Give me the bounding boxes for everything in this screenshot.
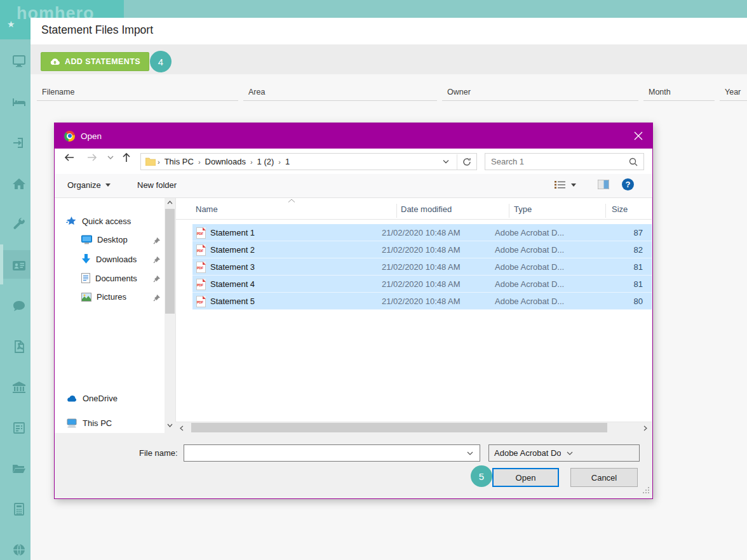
file-type: Adobe Acrobat D...: [495, 279, 588, 289]
file-size: 80: [588, 297, 645, 306]
nav-quick-access[interactable]: Quick access: [66, 216, 131, 227]
file-name: Statement 4: [210, 279, 382, 289]
file-row-statement-4[interactable]: Statement 4 21/02/2020 10:48 AM Adobe Ac…: [192, 276, 652, 293]
sidebar-item-sign-in[interactable]: [11, 135, 27, 150]
new-folder-button[interactable]: New folder: [137, 180, 177, 190]
column-header-filename[interactable]: Filename: [37, 84, 238, 101]
sidebar-item-documents-folder[interactable]: [11, 461, 27, 476]
sidebar-item-web[interactable]: [11, 542, 27, 557]
cancel-button[interactable]: Cancel: [570, 468, 638, 487]
file-size: 81: [588, 262, 645, 272]
file-column-name[interactable]: Name: [196, 204, 218, 214]
breadcrumb-chevron: ›: [156, 158, 162, 166]
file-column-date-modified[interactable]: Date modified: [401, 204, 452, 214]
file-name-label: File name:: [139, 448, 178, 458]
close-icon[interactable]: [632, 130, 645, 142]
file-name-field[interactable]: [184, 444, 480, 462]
sign-in-icon: [11, 135, 27, 150]
download-arrow-icon: [81, 254, 91, 264]
file-name: Statement 3: [210, 262, 382, 272]
nav-downloads[interactable]: Downloads: [81, 254, 137, 264]
scroll-left-icon[interactable]: [180, 425, 186, 432]
nav-this-pc[interactable]: This PC: [66, 418, 112, 428]
sidebar-item-accommodation[interactable]: [11, 95, 27, 110]
sidebar-item-calculator[interactable]: [11, 502, 27, 517]
step-badge-4: 4: [150, 51, 172, 72]
column-header-area[interactable]: Area: [243, 84, 437, 101]
horizontal-scrollbar-thumb[interactable]: [191, 423, 607, 432]
dialog-titlebar[interactable]: Open: [55, 123, 652, 149]
sidebar-item-tools[interactable]: [11, 217, 27, 232]
scroll-down-icon[interactable]: [167, 423, 173, 430]
pin-icon: [153, 257, 160, 263]
file-row-statement-2[interactable]: Statement 2 21/02/2020 10:48 AM Adobe Ac…: [192, 241, 652, 258]
sidebar-item-forms[interactable]: [11, 420, 27, 436]
breadcrumb-chevron: ›: [196, 158, 203, 166]
sidebar-item-chat[interactable]: [11, 298, 27, 314]
preview-pane-icon[interactable]: [598, 180, 609, 189]
address-bar[interactable]: › This PC › Downloads › 1 (2) › 1: [140, 153, 477, 170]
file-header-underline: [175, 219, 652, 220]
scroll-right-icon[interactable]: [643, 425, 650, 432]
file-size: 82: [588, 245, 645, 255]
nav-scrollbar-thumb[interactable]: [165, 209, 175, 314]
nav-desktop[interactable]: Desktop: [81, 235, 128, 244]
column-header-owner[interactable]: Owner: [442, 84, 638, 101]
file-name: Statement 2: [210, 245, 382, 255]
calculator-icon: [11, 502, 27, 517]
nav-onedrive[interactable]: OneDrive: [66, 394, 118, 403]
column-divider[interactable]: [509, 204, 509, 218]
add-statements-button[interactable]: ADD STATEMENTS: [41, 52, 149, 71]
breadcrumb-downloads[interactable]: Downloads: [203, 157, 248, 166]
view-mode-icon[interactable]: [555, 180, 566, 189]
column-divider[interactable]: [605, 204, 606, 218]
nav-scrollbar[interactable]: [165, 198, 175, 433]
column-header-month[interactable]: Month: [643, 84, 715, 101]
help-icon[interactable]: ?: [622, 178, 634, 190]
breadcrumb-1-2[interactable]: 1 (2): [255, 157, 277, 166]
file-type-chevron-icon: [561, 451, 639, 455]
logo-star-icon: ★: [7, 19, 15, 29]
column-header-year[interactable]: Year: [720, 84, 747, 101]
column-divider[interactable]: [396, 204, 397, 218]
file-row-statement-1[interactable]: Statement 1 21/02/2020 10:48 AM Adobe Ac…: [192, 224, 652, 241]
globe-icon: [11, 542, 27, 557]
sidebar-item-pdf-files[interactable]: [11, 339, 27, 354]
nav-label: Documents: [95, 274, 137, 283]
breadcrumb-1[interactable]: 1: [283, 157, 292, 166]
file-type-dropdown[interactable]: Adobe Acrobat Document (*.pc: [488, 444, 640, 462]
breadcrumb-this-pc[interactable]: This PC: [162, 157, 196, 166]
file-name-dropdown-chevron-icon[interactable]: [461, 451, 480, 455]
search-box[interactable]: [485, 153, 644, 170]
file-row-statement-5[interactable]: Statement 5 21/02/2020 10:48 AM Adobe Ac…: [192, 293, 652, 310]
sidebar-item-dashboard[interactable]: [11, 53, 27, 69]
back-arrow-icon[interactable]: [64, 152, 75, 163]
horizontal-scrollbar[interactable]: [175, 422, 652, 433]
pdf-file-icon: [11, 339, 27, 354]
organize-button[interactable]: Organize: [67, 180, 111, 190]
search-icon[interactable]: [629, 157, 643, 166]
nav-pictures[interactable]: Pictures: [81, 292, 126, 302]
scroll-up-icon[interactable]: [167, 201, 173, 207]
sidebar-item-home[interactable]: [11, 177, 27, 192]
refresh-icon[interactable]: [457, 154, 476, 170]
recent-locations-chevron-icon[interactable]: [107, 155, 119, 166]
file-row-statement-3[interactable]: Statement 3 21/02/2020 10:48 AM Adobe Ac…: [192, 258, 652, 276]
file-name-input[interactable]: [184, 448, 461, 458]
id-card-icon: [11, 258, 27, 273]
view-mode-chevron-icon[interactable]: [571, 183, 576, 187]
file-column-size[interactable]: Size: [612, 204, 628, 214]
resize-grip[interactable]: [642, 487, 650, 495]
wrench-icon: [11, 217, 27, 232]
search-input[interactable]: [485, 156, 629, 167]
file-date: 21/02/2020 10:48 AM: [382, 297, 495, 306]
file-column-type[interactable]: Type: [514, 204, 532, 214]
nav-documents[interactable]: Documents: [81, 273, 137, 283]
file-type: Adobe Acrobat D...: [495, 262, 588, 272]
sidebar-item-bank[interactable]: [11, 380, 27, 395]
up-arrow-icon[interactable]: [121, 152, 132, 163]
address-dropdown-chevron-icon[interactable]: [435, 159, 457, 164]
forward-arrow-icon[interactable]: [86, 152, 98, 163]
open-button[interactable]: Open: [492, 468, 559, 487]
sidebar-item-contacts[interactable]: [11, 258, 27, 273]
